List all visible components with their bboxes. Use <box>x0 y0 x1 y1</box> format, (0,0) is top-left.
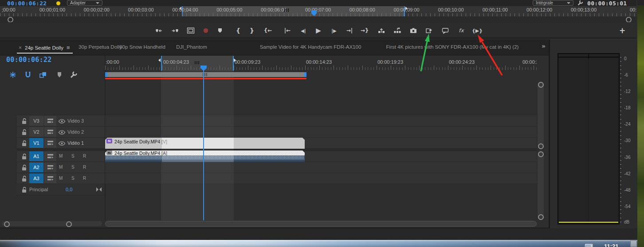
track-sync-lock-icon[interactable] <box>44 127 56 137</box>
track-sync-lock-icon[interactable] <box>44 174 56 183</box>
scrollbar-handle[interactable] <box>538 143 544 149</box>
track-header-v2[interactable]: V2 Vidéo 2 <box>17 127 105 138</box>
video-tracks-scrollbar[interactable] <box>538 81 544 148</box>
go-to-previous-edit-button[interactable]: |← <box>281 24 294 37</box>
track-header-a2[interactable]: A2 M S R <box>17 162 105 173</box>
show-desktop-button[interactable] <box>630 240 637 247</box>
taskbar-clock[interactable]: 11:21 <box>604 243 619 247</box>
taskbar-strip[interactable]: ⌨ 11:21 <box>0 240 637 247</box>
mark-out-button[interactable]: } <box>245 24 259 37</box>
track-header-a1[interactable]: A1 M S R <box>17 151 105 162</box>
step-forward-button[interactable]: |▶ <box>327 24 341 37</box>
track-target-button[interactable]: A3 <box>29 174 43 183</box>
keyboard-tray-icon[interactable]: ⌨ <box>585 243 593 247</box>
track-target-button[interactable]: V3 <box>29 116 43 126</box>
snap-magnet-icon[interactable] <box>24 71 32 79</box>
track-name[interactable]: Vidéo 2 <box>67 129 84 135</box>
global-fx-mute-button[interactable]: fx <box>455 24 468 37</box>
track-header-v1[interactable]: V1 Vidéo 1 <box>17 138 105 149</box>
lock-icon[interactable] <box>21 140 27 147</box>
panel-menu-icon[interactable]: ≡ <box>67 44 70 51</box>
monitor-current-timecode[interactable]: 00:00:06:22 <box>7 0 47 7</box>
play-in-to-out-button[interactable]: {▶} <box>471 24 484 37</box>
track-sync-lock-icon[interactable] <box>44 151 56 161</box>
lock-icon[interactable] <box>21 186 27 193</box>
eye-icon[interactable] <box>58 130 66 135</box>
add-marker-button[interactable] <box>213 24 227 37</box>
mute-button[interactable]: M <box>59 165 63 170</box>
mute-button[interactable]: M <box>59 154 63 158</box>
record-arm-button[interactable]: R <box>83 165 86 170</box>
monitor-scrollbar[interactable] <box>0 16 636 22</box>
timeline-settings-wrench-icon[interactable] <box>70 71 78 79</box>
lock-icon[interactable] <box>21 129 27 135</box>
go-to-previous-marker-button[interactable] <box>152 24 165 37</box>
lift-button[interactable] <box>375 24 388 37</box>
button-editor-plus-button[interactable]: + <box>616 24 629 37</box>
audio-tracks-scrollbar[interactable] <box>538 151 544 219</box>
tab-sequence[interactable]: Sample Video for 4K Handycam FDR-AX100 <box>260 44 361 50</box>
track-header-a3[interactable]: A3 M S R <box>17 173 105 184</box>
out-point-handle-icon[interactable] <box>234 58 236 62</box>
tab-overflow-icon[interactable]: » <box>542 42 546 50</box>
audio-meters[interactable] <box>558 53 620 224</box>
timeline-ruler-grip-icon[interactable] <box>195 61 200 64</box>
extract-button[interactable] <box>391 24 404 37</box>
timeline-ruler[interactable]: :00:0000:00:04:2300:00:09:2300:00:14:230… <box>105 56 537 71</box>
play-button[interactable]: ▶ <box>312 24 325 37</box>
track-target-button[interactable]: V1 <box>29 138 43 148</box>
step-back-button[interactable]: ◀| <box>297 24 310 37</box>
track-target-button[interactable]: V2 <box>29 127 43 137</box>
export-frame-button[interactable] <box>407 24 420 37</box>
scrollbar-handle[interactable] <box>66 221 72 227</box>
monitor-ruler-grip-icon[interactable] <box>284 8 289 12</box>
tab-sequence[interactable]: 30p Perpetua Dolly <box>79 44 122 50</box>
tab-sequence[interactable]: First 4K pictures with SONY FDR-AX100 (M… <box>386 44 519 50</box>
record-button[interactable] <box>199 24 212 37</box>
scrollbar-handle[interactable] <box>4 221 10 227</box>
go-to-out-button[interactable]: →} <box>358 24 371 37</box>
track-target-button[interactable]: A1 <box>29 151 43 161</box>
track-sync-lock-icon[interactable] <box>44 162 56 172</box>
record-arm-button[interactable]: R <box>83 176 86 181</box>
play-clip-button[interactable] <box>423 24 436 37</box>
tab-sequence[interactable]: 60p Snow Handheld <box>119 44 165 50</box>
linked-selection-icon[interactable] <box>39 71 47 79</box>
track-target-button[interactable]: A2 <box>29 162 43 172</box>
solo-button[interactable]: S <box>71 165 75 170</box>
monitor-quality-select[interactable]: Intégrale <box>533 0 573 6</box>
in-point-handle-icon[interactable] <box>158 58 161 62</box>
eye-icon[interactable] <box>58 119 66 124</box>
track-sync-lock-icon[interactable] <box>44 138 56 148</box>
monitor-ruler[interactable]: ;00:0000:00;01:0000:00;02:0000:00;03:000… <box>0 6 636 16</box>
solo-button[interactable]: S <box>71 176 75 181</box>
timeline-playhead-line[interactable] <box>203 70 204 220</box>
scrollbar-handle[interactable] <box>538 82 544 88</box>
lock-icon[interactable] <box>21 118 27 124</box>
monitor-zoom-select[interactable]: Adapter <box>67 0 102 6</box>
close-icon[interactable]: × <box>19 45 22 51</box>
go-to-next-marker-button[interactable] <box>168 24 181 37</box>
timeline-bottom-scrollbar[interactable] <box>105 221 537 227</box>
track-header-master[interactable]: Principal 0,0 <box>17 184 105 195</box>
safe-margins-button[interactable] <box>184 24 197 37</box>
eye-icon[interactable] <box>58 141 66 146</box>
work-area-bar[interactable] <box>105 72 306 77</box>
captions-button[interactable] <box>439 24 452 37</box>
timeline-marker-icon[interactable] <box>56 71 63 78</box>
lock-icon[interactable] <box>21 164 27 171</box>
master-volume-value[interactable]: 0,0 <box>66 187 72 192</box>
go-to-in-button[interactable]: {← <box>261 24 275 37</box>
track-name[interactable]: Vidéo 3 <box>67 118 84 124</box>
tab-sequence[interactable]: DJI_Phantom <box>176 44 207 50</box>
scrollbar-handle[interactable] <box>538 151 544 157</box>
collapse-bowtie-icon[interactable] <box>96 187 102 192</box>
nest-toggle-icon[interactable] <box>9 71 17 79</box>
lock-icon[interactable] <box>21 175 27 182</box>
lock-icon[interactable] <box>21 153 27 160</box>
work-area-right-cap[interactable] <box>304 72 306 77</box>
mute-button[interactable]: M <box>59 176 63 181</box>
timeline-current-timecode[interactable]: 00:00:06:22 <box>6 56 52 64</box>
track-header-v3[interactable]: V3 Vidéo 3 <box>17 116 105 127</box>
record-arm-button[interactable]: R <box>83 154 86 158</box>
